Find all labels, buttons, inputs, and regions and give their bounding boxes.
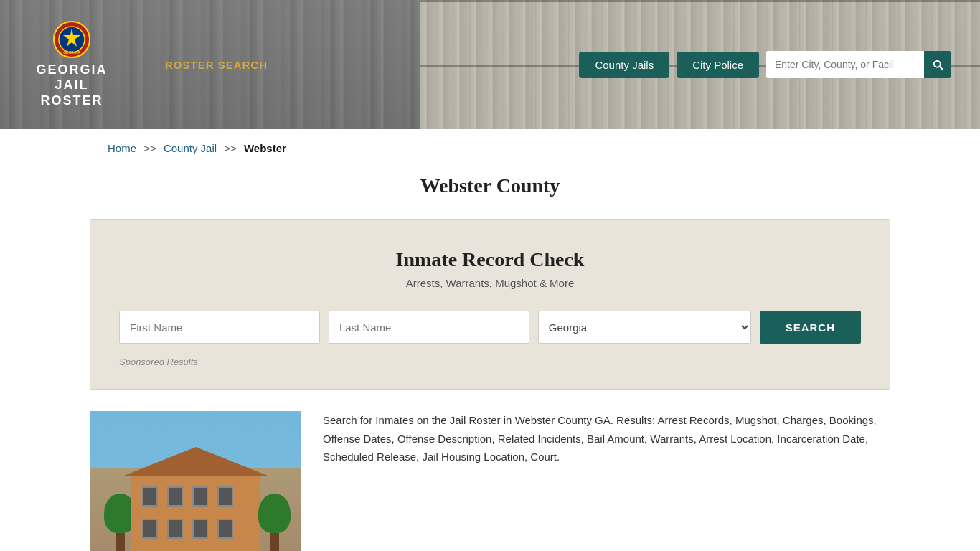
breadcrumb-sep1: >> [143,142,156,154]
georgia-seal-icon: GEORGIA [53,21,90,58]
breadcrumb: Home >> County Jail >> Webster [0,129,980,161]
search-icon [931,58,944,71]
inmate-record-subtitle: Arrests, Warrants, Mugshot & More [119,277,861,289]
bottom-description: Search for Inmates on the Jail Roster in… [323,411,890,466]
header-search-input[interactable] [766,51,924,78]
logo-text-georgia: GEORGIA [36,62,107,78]
window-7 [192,519,208,539]
building-body [131,476,260,551]
header-search-button[interactable] [924,51,951,78]
header: GEORGIA GEORGIA JAIL ROSTER ROSTER SEARC… [0,0,980,129]
svg-text:GEORGIA: GEORGIA [63,50,80,55]
window-1 [142,486,158,507]
site-logo[interactable]: GEORGIA GEORGIA JAIL ROSTER [29,21,115,109]
county-jails-button[interactable]: County Jails [579,52,669,78]
window-6 [167,519,183,539]
city-police-button[interactable]: City Police [677,52,759,78]
state-select[interactable]: AlabamaAlaskaArizonaArkansasCaliforniaCo… [538,311,751,344]
header-right-nav: County Jails City Police [579,51,951,78]
window-5 [142,519,158,539]
bottom-section: Search for Inmates on the Jail Roster in… [0,390,980,551]
breadcrumb-county-jail-link[interactable]: County Jail [164,142,217,154]
window-3 [192,486,208,507]
window-4 [217,486,233,507]
header-search-wrap [766,51,951,78]
last-name-input[interactable] [329,311,529,344]
building-roof [124,447,268,476]
logo-text-jail: JAIL [55,77,88,93]
sponsored-results-label: Sponsored Results [119,357,861,367]
window-2 [167,486,183,507]
inmate-record-box: Inmate Record Check Arrests, Warrants, M… [90,219,890,390]
breadcrumb-current: Webster [244,142,286,154]
inmate-search-button[interactable]: SEARCH [760,311,861,344]
breadcrumb-sep2: >> [224,142,237,154]
page-title-wrap: Webster County [0,161,980,219]
tree-right [258,494,291,551]
page-title: Webster County [0,174,980,197]
inmate-record-title: Inmate Record Check [119,248,861,271]
logo-text-roster: ROSTER [40,93,103,109]
roster-search-link[interactable]: ROSTER SEARCH [165,59,268,71]
building-image [90,411,301,551]
breadcrumb-home-link[interactable]: Home [108,142,136,154]
window-8 [217,519,233,539]
first-name-input[interactable] [119,311,320,344]
inmate-form-row: AlabamaAlaskaArizonaArkansasCaliforniaCo… [119,311,861,344]
